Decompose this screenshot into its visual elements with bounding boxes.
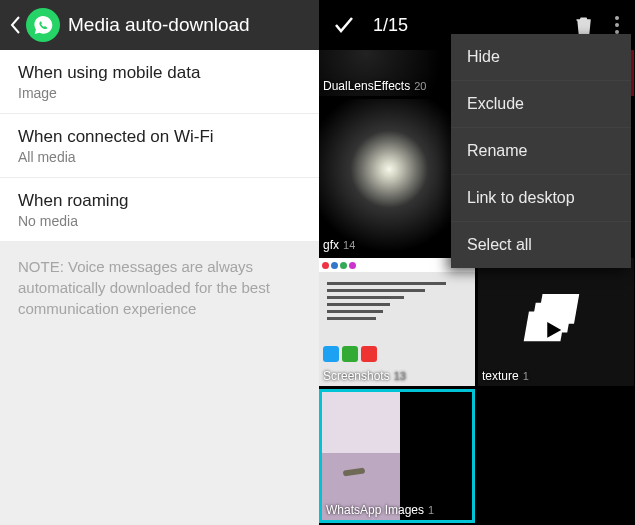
setting-wifi[interactable]: When connected on Wi-Fi All media: [0, 114, 319, 178]
back-icon[interactable]: [6, 0, 24, 50]
delete-icon[interactable]: [569, 14, 599, 36]
setting-title: When connected on Wi-Fi: [18, 127, 301, 147]
album-name: WhatsApp Images: [326, 503, 424, 517]
album-texture[interactable]: texture 1: [478, 258, 634, 386]
context-menu: Hide Exclude Rename Link to desktop Sele…: [451, 34, 631, 268]
tab-dot-icon: [331, 262, 338, 269]
setting-title: When roaming: [18, 191, 301, 211]
album-count: 13: [394, 370, 406, 382]
play-stack-icon: [521, 287, 591, 357]
menu-item-selectall[interactable]: Select all: [451, 221, 631, 268]
done-check-icon[interactable]: [329, 10, 359, 40]
setting-subtitle: Image: [18, 85, 301, 101]
app-icon: [342, 346, 358, 362]
album-name: DualLensEffects: [323, 79, 410, 93]
svg-point-1: [615, 23, 619, 27]
album-count: 1: [428, 504, 434, 516]
svg-rect-5: [524, 312, 566, 342]
whatsapp-logo-icon: [26, 8, 60, 42]
app-icon: [361, 346, 377, 362]
gallery-pane: 1/15 RADIO ROMAN DualLensEffects 20: [319, 0, 635, 525]
album-count: 20: [414, 80, 426, 92]
album-label: gfx 14: [323, 238, 355, 252]
tab-dot-icon: [349, 262, 356, 269]
page-title: Media auto-download: [68, 14, 250, 36]
svg-point-0: [615, 16, 619, 20]
album-label: texture 1: [482, 369, 529, 383]
selection-counter: 1/15: [373, 15, 569, 36]
menu-item-hide[interactable]: Hide: [451, 34, 631, 80]
settings-list: When using mobile data Image When connec…: [0, 50, 319, 242]
album-name: texture: [482, 369, 519, 383]
whatsapp-header: Media auto-download: [0, 0, 319, 50]
setting-roaming[interactable]: When roaming No media: [0, 178, 319, 242]
tab-dot-icon: [340, 262, 347, 269]
album-label: WhatsApp Images 1: [326, 503, 434, 517]
setting-mobile-data[interactable]: When using mobile data Image: [0, 50, 319, 114]
overflow-menu-icon[interactable]: [605, 16, 629, 34]
photo-thumbnail: [322, 392, 472, 520]
menu-item-rename[interactable]: Rename: [451, 127, 631, 174]
setting-title: When using mobile data: [18, 63, 301, 83]
album-count: 1: [523, 370, 529, 382]
album-label: DualLensEffects 20: [323, 79, 426, 93]
screenshot-body: [319, 272, 475, 330]
menu-item-exclude[interactable]: Exclude: [451, 80, 631, 127]
album-screenshots[interactable]: Screenshots 13: [319, 258, 475, 386]
setting-subtitle: No media: [18, 213, 301, 229]
settings-note: NOTE: Voice messages are always automati…: [0, 242, 319, 333]
whatsapp-settings-pane: Media auto-download When using mobile da…: [0, 0, 319, 525]
setting-subtitle: All media: [18, 149, 301, 165]
album-name: gfx: [323, 238, 339, 252]
album-name: Screenshots: [323, 369, 390, 383]
app-icon: [323, 346, 339, 362]
album-label: Screenshots 13: [323, 369, 406, 383]
album-whatsapp-images-selected[interactable]: WhatsApp Images 1: [319, 389, 475, 523]
tab-dot-icon: [322, 262, 329, 269]
album-count: 14: [343, 239, 355, 251]
screenshot-app-icons: [323, 346, 377, 362]
menu-item-link[interactable]: Link to desktop: [451, 174, 631, 221]
